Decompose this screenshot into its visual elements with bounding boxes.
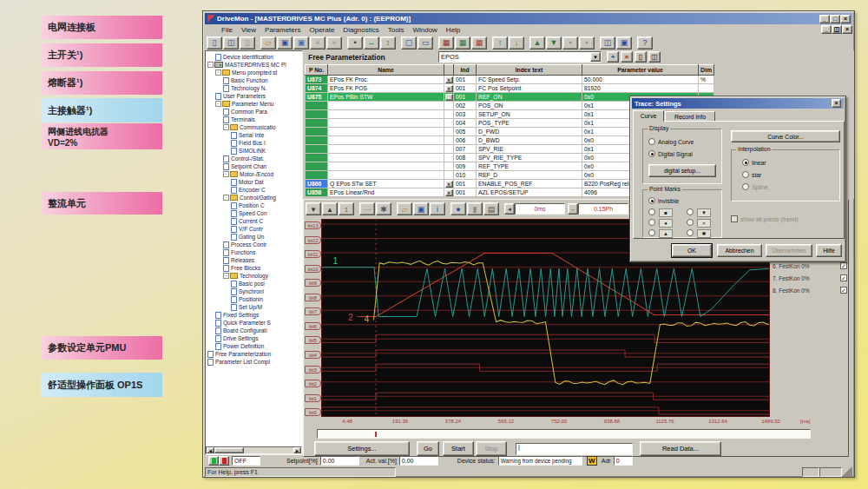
help-icon[interactable]: ? <box>637 36 653 50</box>
time-scrollbar[interactable] <box>317 429 811 439</box>
save-icon[interactable]: ▣ <box>277 36 293 50</box>
radio-mark[interactable] <box>687 229 694 236</box>
open-doc-icon[interactable]: ◫ <box>223 36 239 50</box>
column-header[interactable]: Index text <box>477 65 582 76</box>
new-doc-icon[interactable]: ▯ <box>207 36 222 50</box>
tree-item[interactable]: Speed Con <box>206 209 302 217</box>
tree-item[interactable]: -Control/Gating <box>206 194 302 202</box>
menu-item-parameters[interactable]: Parameters <box>260 26 305 34</box>
tab-curve[interactable]: Curve <box>633 110 664 122</box>
scroll-right-button[interactable]: ► <box>293 447 301 453</box>
tree-item[interactable]: SIMOLINK <box>206 147 302 155</box>
tree-item[interactable]: Setpoint Chan <box>206 162 302 170</box>
menu-item-view[interactable]: View <box>237 26 260 34</box>
curve-color-button[interactable]: Curve Color... <box>731 130 840 142</box>
tree-expand-icon[interactable]: - <box>215 69 221 76</box>
undo-disabled-icon[interactable]: « <box>310 36 326 50</box>
index-dropdown-icon[interactable]: ▾ <box>445 76 453 83</box>
param-x-icon[interactable]: ▦ <box>471 36 487 50</box>
cascade-window-icon[interactable]: ▣ <box>616 36 632 50</box>
tree-item[interactable]: Board Configurati <box>206 327 302 334</box>
column-header[interactable] <box>444 65 454 76</box>
tree-item[interactable]: Field Bus I <box>206 139 302 147</box>
radio-mark[interactable] <box>648 229 655 236</box>
abbrechen-button[interactable]: Abbrechen <box>717 244 762 257</box>
dialog-title-bar[interactable]: Trace: Settings × <box>632 98 844 109</box>
connect-icon[interactable]: ↔ <box>364 36 379 50</box>
zoom-y-fit-icon[interactable]: ↕ <box>339 202 354 215</box>
folder-open-icon[interactable]: ▱ <box>260 36 276 50</box>
tree-item[interactable]: Quick Parameter S <box>206 319 302 327</box>
navigation-tree[interactable]: Device identification-MASTERDRIVES MC Pl… <box>205 50 303 455</box>
save-all-icon[interactable]: ▣ <box>293 36 309 50</box>
tree-expand-icon[interactable]: - <box>223 124 229 130</box>
field-prefix-icon[interactable]: ↔ <box>568 203 578 215</box>
column-header[interactable]: Name <box>328 65 444 76</box>
copy-list-button[interactable]: ◫ <box>648 51 661 63</box>
column-header[interactable]: Ind <box>454 65 477 76</box>
close-button[interactable]: × <box>840 15 851 23</box>
tree-item[interactable]: Free Parameterization <box>206 350 302 358</box>
tree-item[interactable]: Current C <box>206 217 302 225</box>
tree-item[interactable]: V/F Contr <box>206 225 302 233</box>
tree-horizontal-scrollbar[interactable]: ◄ ► <box>206 446 302 454</box>
tree-item[interactable]: Motor Dat <box>206 178 302 186</box>
tree-item[interactable]: Position C <box>206 202 302 209</box>
tree-item[interactable]: Basic posi <box>206 280 302 287</box>
delete-parameter-button[interactable]: × <box>621 51 633 63</box>
tree-item[interactable]: Encoder C <box>206 186 302 194</box>
menu-item-diagnostics[interactable]: Diagnostics <box>339 26 383 34</box>
tree-item[interactable]: Functions <box>206 248 302 256</box>
tree-expand-icon[interactable]: - <box>223 273 229 279</box>
tree-item[interactable]: -Menu prompted st <box>206 69 302 76</box>
resize-grip[interactable] <box>842 466 852 477</box>
menu-item-operate[interactable]: Operate <box>305 26 339 34</box>
tree-expand-icon[interactable]: - <box>223 171 229 177</box>
tree-item[interactable]: Positionin <box>206 295 302 303</box>
param-red-icon[interactable]: ▦ <box>438 36 454 50</box>
digital-setup-button[interactable]: digital setup... <box>648 164 716 177</box>
child-close-button[interactable]: × <box>842 25 852 34</box>
tree-expand-icon[interactable]: - <box>223 195 229 201</box>
radio-digital-signal[interactable]: Digital Signal <box>648 150 693 157</box>
print-icon[interactable]: ▤ <box>483 202 499 215</box>
tree-item[interactable]: -Parameter Menu <box>206 100 302 108</box>
stop-button[interactable]: Stop <box>476 441 507 456</box>
save-icon[interactable]: ▣ <box>413 202 429 215</box>
dot-a-icon[interactable]: ◦ <box>562 36 578 50</box>
tree-item[interactable]: Parameter List Compl <box>206 358 302 366</box>
folder-open-icon[interactable]: ▱ <box>397 202 412 215</box>
tree-item[interactable]: Process Contr <box>206 241 302 248</box>
doc-gray-icon[interactable]: ▯ <box>240 36 255 50</box>
tree-item[interactable]: Synchroni <box>206 287 302 295</box>
download-icon[interactable]: ↓ <box>509 36 524 50</box>
step-up-icon[interactable]: ▲ <box>529 36 545 50</box>
show-all-points-checkbox[interactable]: show all points (trend) <box>731 215 799 222</box>
param-multi-icon[interactable]: ▦ <box>455 36 470 50</box>
index-dropdown-icon[interactable]: ▾ <box>445 189 453 196</box>
hilfe-button[interactable]: Hilfe <box>816 244 842 257</box>
monitor-alt-icon[interactable]: ▭ <box>418 36 433 50</box>
ok-button[interactable]: OK <box>672 244 712 257</box>
power-off-led-button[interactable] <box>219 456 229 466</box>
column-header[interactable]: Dim <box>699 65 714 76</box>
tree-item[interactable]: Control-/Stat. <box>206 155 302 162</box>
setpoint-value-field[interactable]: 0.00 <box>320 456 359 466</box>
power-on-led-button[interactable] <box>208 456 219 466</box>
upload-icon[interactable]: ↑ <box>492 36 508 50</box>
column-header[interactable]: Parameter value <box>582 65 699 76</box>
dot-b-icon[interactable]: ◦ <box>579 36 595 50</box>
radio-mark[interactable] <box>648 208 655 215</box>
tree-item[interactable]: Releases <box>206 256 302 264</box>
radio-mark[interactable] <box>648 219 655 226</box>
tree-item[interactable]: Set Up/M <box>206 303 302 311</box>
table-row[interactable]: U873EPos FK Proc.▾001FC Speed Setp.50.00… <box>306 76 714 84</box>
info-icon[interactable]: i <box>430 202 445 215</box>
tree-item[interactable]: Terminals <box>206 116 302 123</box>
minimize-button[interactable]: _ <box>819 15 830 23</box>
ball-icon[interactable]: ● <box>450 202 466 215</box>
tree-expand-icon[interactable]: - <box>207 62 214 68</box>
pause-icon[interactable]: ▮ <box>467 202 483 215</box>
tools-icon[interactable]: ✱ <box>376 202 391 215</box>
monitor-icon[interactable]: ▢ <box>401 36 417 50</box>
